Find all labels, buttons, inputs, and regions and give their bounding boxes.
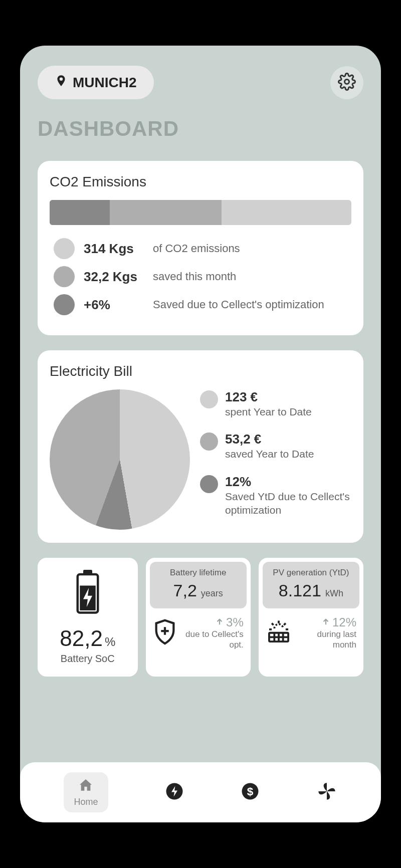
legend-value: 12%	[225, 474, 351, 490]
nav-fan[interactable]	[317, 781, 337, 804]
nav-energy[interactable]	[165, 782, 183, 803]
legend-value: 53,2 €	[225, 431, 314, 447]
nav-home[interactable]: Home	[64, 772, 108, 812]
page-title: DASHBOARD	[38, 117, 363, 141]
app-screen: MUNICH2 DASHBOARD CO2 Emissions 314 Kgs …	[20, 46, 381, 822]
legend-label: saved this month	[153, 270, 236, 283]
legend-item: 32,2 Kgs saved this month	[54, 266, 351, 287]
stat-value: 7,2	[173, 581, 197, 600]
legend-label: spent Year to Date	[225, 406, 312, 417]
location-name: MUNICH2	[73, 75, 137, 91]
legend-value: 314 Kgs	[84, 241, 144, 257]
legend-value: 32,2 Kgs	[84, 269, 144, 285]
battery-lifetime-card[interactable]: Battery lifetime 7,2 years	[146, 558, 251, 677]
legend-value: 123 €	[225, 389, 312, 405]
delta-value: 12%	[332, 615, 356, 629]
stat-unit: kWh	[325, 588, 343, 599]
stats-row: 82,2% Battery SoC Battery lifetime 7,2 y…	[38, 558, 363, 677]
soc-unit: %	[105, 635, 115, 648]
soc-value: 82,2	[60, 626, 103, 650]
legend-dot-icon	[200, 432, 218, 451]
location-pin-icon	[55, 73, 68, 92]
delta-value: 3%	[226, 615, 244, 629]
stat-top: Battery lifetime 7,2 years	[150, 562, 247, 608]
stat-top: PV generation (YtD) 8.121 kWh	[263, 562, 359, 608]
legend-item: 314 Kgs of CO2 emissions	[54, 238, 351, 259]
stat-unit: years	[201, 588, 223, 599]
legend-item: 12% Saved YtD due to Cellect's optimizat…	[200, 474, 351, 517]
svg-text:$: $	[247, 785, 254, 797]
legend-value: +6%	[84, 297, 144, 313]
stat-bottom: 12% during last month	[263, 613, 359, 653]
stat-title: PV generation (YtD)	[268, 568, 354, 578]
dollar-circle-icon: $	[241, 782, 259, 803]
settings-button[interactable]	[330, 66, 363, 99]
svg-point-0	[345, 79, 349, 84]
location-selector[interactable]: MUNICH2	[38, 66, 154, 99]
gear-icon	[338, 73, 356, 93]
soc-label: Battery SoC	[60, 653, 115, 665]
legend-dot-icon	[54, 266, 75, 287]
home-icon	[78, 777, 94, 796]
bill-body: 123 € spent Year to Date 53,2 € saved Ye…	[50, 389, 351, 530]
legend-dot-icon	[200, 475, 218, 493]
stat-value: 8.121	[279, 581, 321, 600]
bolt-circle-icon	[165, 782, 183, 803]
battery-icon	[74, 570, 101, 617]
arrow-up-icon	[321, 615, 330, 629]
delta-label: due to Cellect's opt.	[181, 629, 244, 650]
co2-bar-dark	[50, 200, 110, 225]
legend-dot-icon	[54, 294, 75, 315]
legend-item: 53,2 € saved Year to Date	[200, 431, 351, 461]
topbar: MUNICH2	[38, 66, 363, 99]
shield-plus-icon	[153, 618, 177, 647]
legend-dot-icon	[54, 238, 75, 259]
bill-pie-chart	[50, 389, 190, 530]
co2-title: CO2 Emissions	[50, 174, 351, 190]
electricity-bill-card[interactable]: Electricity Bill 123 € spent Year to Dat…	[38, 350, 363, 543]
co2-legend: 314 Kgs of CO2 emissions 32,2 Kgs saved …	[50, 238, 351, 315]
co2-bar	[50, 200, 351, 225]
delta-label: during last month	[296, 629, 356, 650]
legend-dot-icon	[200, 390, 218, 408]
nav-money[interactable]: $	[241, 782, 259, 803]
battery-soc-card[interactable]: 82,2% Battery SoC	[38, 558, 138, 677]
legend-label: of CO2 emissions	[153, 242, 240, 255]
bottom-nav: Home $	[20, 762, 381, 822]
solar-panel-icon	[266, 618, 292, 647]
legend-label: saved Year to Date	[225, 448, 314, 460]
legend-item: 123 € spent Year to Date	[200, 389, 351, 418]
legend-item: +6% Saved due to Cellect's optimization	[54, 294, 351, 315]
co2-card[interactable]: CO2 Emissions 314 Kgs of CO2 emissions 3…	[38, 161, 363, 335]
legend-label: Saved due to Cellect's optimization	[153, 298, 324, 311]
legend-label: Saved YtD due to Cellect's optimization	[225, 491, 350, 516]
bill-title: Electricity Bill	[50, 363, 351, 379]
arrow-up-icon	[215, 615, 224, 629]
pv-generation-card[interactable]: PV generation (YtD) 8.121 kWh	[259, 558, 363, 677]
bill-legend: 123 € spent Year to Date 53,2 € saved Ye…	[200, 389, 351, 530]
stat-bottom: 3% due to Cellect's opt.	[150, 613, 247, 653]
nav-label: Home	[74, 797, 98, 807]
pinwheel-icon	[317, 781, 337, 804]
stat-title: Battery lifetime	[155, 568, 242, 578]
